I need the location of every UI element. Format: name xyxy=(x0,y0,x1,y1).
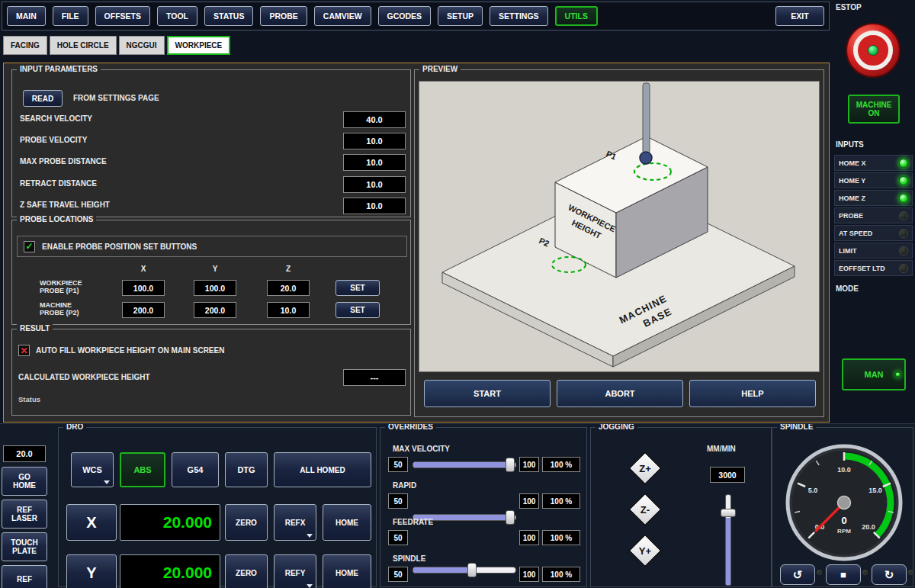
spindle-stop-led xyxy=(862,570,868,575)
dro-title: DRO xyxy=(63,423,86,431)
go-home-button[interactable]: GO HOME xyxy=(2,467,47,496)
g54-button[interactable]: G54 xyxy=(172,452,219,487)
autofill-row: ✕ AUTO FILL WORKPIECE HEIGHT ON MAIN SCR… xyxy=(18,345,224,356)
ref-laser-button[interactable]: REF LASER xyxy=(2,500,47,529)
machine-on-button[interactable]: MACHINE ON xyxy=(848,95,900,124)
menu-item-tool[interactable]: TOOL xyxy=(157,6,197,26)
tab-ngcgui[interactable]: NGCGUI xyxy=(119,36,165,55)
slider-thumb[interactable] xyxy=(721,509,736,517)
wcs-label: WCS xyxy=(82,465,102,474)
jog-z-minus-button[interactable]: Z- xyxy=(627,491,663,528)
menu-item-probe[interactable]: PROBE xyxy=(260,6,307,26)
retract-distance-field[interactable]: 10.0 xyxy=(343,176,406,193)
gauge-rpm-value: 0 xyxy=(841,515,846,526)
slider-fill xyxy=(413,462,509,468)
probe-led xyxy=(899,211,908,220)
input-row-probe: PROBE xyxy=(834,207,913,223)
workpiece-probe-row-label: WORKPIECE PROBE (P1) xyxy=(40,279,119,295)
mode-man-button[interactable]: MAN xyxy=(842,358,906,390)
p1-x-field[interactable]: 100.0 xyxy=(122,280,165,296)
menu-item-camview[interactable]: CAMVIEW xyxy=(314,6,371,26)
max-probe-distance-field[interactable]: 10.0 xyxy=(343,154,406,171)
p2-y-field[interactable]: 200.0 xyxy=(194,302,236,318)
jog-rate-units-label: MM/MIN xyxy=(707,445,736,453)
slider-thumb[interactable] xyxy=(467,563,477,577)
jogging-title: JOGGING xyxy=(596,423,637,431)
spindle-ccw-button[interactable]: ↺ xyxy=(780,564,815,585)
input-label: PROBE xyxy=(839,212,863,220)
tab-facing[interactable]: FACING xyxy=(3,36,47,55)
ref-button[interactable]: REF xyxy=(2,565,47,588)
max-velocity-slider[interactable] xyxy=(413,457,516,473)
jog-rate-slider[interactable] xyxy=(721,494,736,586)
abs-button[interactable]: ABS xyxy=(120,452,165,487)
p2-x-field[interactable]: 200.0 xyxy=(122,302,165,318)
laser-offset-display: 20.0 xyxy=(3,445,46,462)
result-group: RESULT ✕ AUTO FILL WORKPIECE HEIGHT ON M… xyxy=(11,329,411,416)
probe-tip-icon xyxy=(640,152,652,164)
spindle-stop-button[interactable]: ■ xyxy=(826,564,861,585)
axis-x-button[interactable]: X xyxy=(66,504,117,541)
y-home-button[interactable]: HOME xyxy=(323,554,371,588)
x-ref-button[interactable]: REFX xyxy=(274,504,316,541)
jogging-section: JOGGING Z+ Z- Y+ MM/MIN 3000 xyxy=(590,427,772,587)
jog-z-minus-label: Z- xyxy=(627,491,663,528)
menu-item-main[interactable]: MAIN xyxy=(7,6,46,26)
slider-thumb[interactable] xyxy=(506,458,515,472)
y-ref-button[interactable]: REFY xyxy=(274,554,316,588)
input-label: LIMIT xyxy=(839,247,857,255)
start-button[interactable]: START xyxy=(424,380,551,407)
x-zero-button[interactable]: ZERO xyxy=(225,504,268,541)
slider-max-label: 100 xyxy=(519,567,539,582)
probe-velocity-field[interactable]: 10.0 xyxy=(343,133,406,149)
menu-item-settings[interactable]: SETTINGS xyxy=(490,6,548,26)
wcs-button[interactable]: WCS xyxy=(71,452,114,487)
slider-thumb[interactable] xyxy=(506,510,515,525)
tab-hole-circle[interactable]: HOLE CIRCLE xyxy=(50,36,117,55)
feedrate-slider[interactable] xyxy=(413,562,516,578)
p2-set-button[interactable]: SET xyxy=(336,302,380,318)
preview-group: PREVIEW WORKPIECE HEIGHT MACHINE BASE xyxy=(414,69,824,417)
menu-item-file[interactable]: FILE xyxy=(53,6,88,26)
tab-workpiece-active[interactable]: WORKPIECE xyxy=(167,36,231,55)
estop-button[interactable] xyxy=(846,23,901,78)
exit-button[interactable]: EXIT xyxy=(775,6,824,26)
abort-button[interactable]: ABORT xyxy=(557,380,683,407)
p1-y-field[interactable]: 100.0 xyxy=(194,280,236,296)
all-homed-button[interactable]: ALL HOMED xyxy=(274,452,371,487)
search-velocity-field[interactable]: 40.0 xyxy=(343,111,406,128)
autofill-checkbox[interactable]: ✕ xyxy=(18,345,30,356)
dro-section: DRO WCS ABS G54 DTG ALL HOMED X 20.000 Z… xyxy=(58,427,377,587)
enable-probe-checkbox[interactable]: ✓ xyxy=(24,241,35,252)
chevron-down-icon xyxy=(104,480,110,484)
enable-probe-row: ✓ ENABLE PROBE POSITION SET BUTTONS xyxy=(17,236,407,257)
touch-plate-button[interactable]: TOUCH PLATE xyxy=(2,532,47,561)
at-speed-led xyxy=(899,229,908,238)
menu-item-status[interactable]: STATUS xyxy=(204,6,253,26)
enable-probe-label: ENABLE PROBE POSITION SET BUTTONS xyxy=(42,243,197,251)
max-velocity-percent: 100 % xyxy=(542,457,580,472)
input-row-home-y: HOME Y xyxy=(834,172,913,188)
spindle-cw-button[interactable]: ↻ xyxy=(872,564,907,585)
help-button[interactable]: HELP xyxy=(689,380,816,407)
read-button[interactable]: READ xyxy=(23,90,63,107)
jog-y-plus-button[interactable]: Y+ xyxy=(627,532,663,569)
y-zero-button[interactable]: ZERO xyxy=(225,554,268,588)
p2-z-field[interactable]: 10.0 xyxy=(267,302,310,318)
x-home-button[interactable]: HOME xyxy=(323,504,371,541)
axis-y-button[interactable]: Y xyxy=(66,554,117,588)
dtg-button[interactable]: DTG xyxy=(225,452,268,487)
p1-set-button[interactable]: SET xyxy=(336,280,380,296)
menu-item-gcodes[interactable]: GCODES xyxy=(378,6,432,26)
menu-item-setup[interactable]: SETUP xyxy=(438,6,483,26)
preview-canvas: WORKPIECE HEIGHT MACHINE BASE P1 P2 xyxy=(419,81,820,372)
menu-item-offsets[interactable]: OFFSETS xyxy=(95,6,150,26)
p1-z-field[interactable]: 20.0 xyxy=(267,280,310,296)
slider-min-label: 50 xyxy=(388,457,408,472)
menu-item-utils-active[interactable]: UTILS xyxy=(555,6,598,26)
jog-z-plus-button[interactable]: Z+ xyxy=(627,450,663,487)
gauge-tick-15: 15.0 xyxy=(868,487,882,494)
spindle-cw-led xyxy=(908,570,913,575)
z-safe-travel-field[interactable]: 10.0 xyxy=(343,198,406,214)
slider-max-label: 100 xyxy=(519,493,539,509)
